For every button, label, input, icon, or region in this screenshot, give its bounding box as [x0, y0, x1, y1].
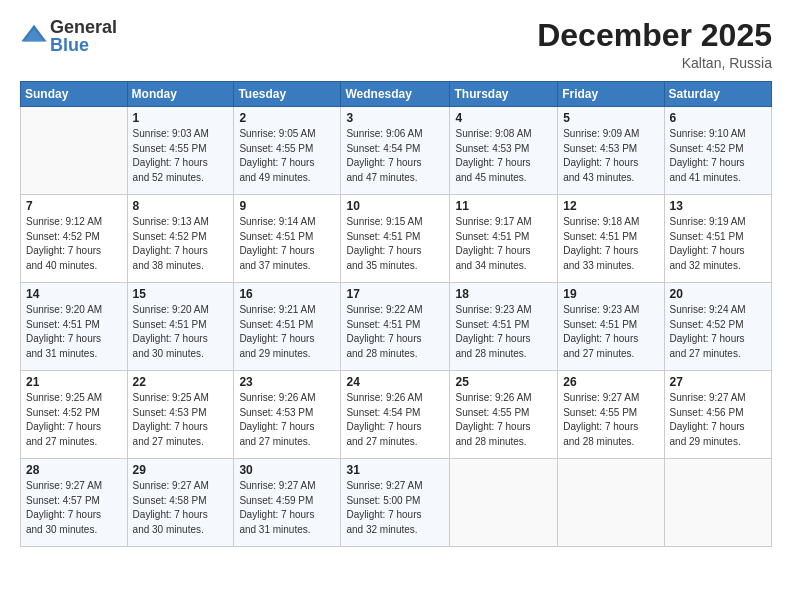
calendar-cell: 6Sunrise: 9:10 AMSunset: 4:52 PMDaylight…	[664, 107, 771, 195]
col-tuesday: Tuesday	[234, 82, 341, 107]
day-info: Sunrise: 9:23 AMSunset: 4:51 PMDaylight:…	[455, 303, 552, 361]
calendar-cell: 8Sunrise: 9:13 AMSunset: 4:52 PMDaylight…	[127, 195, 234, 283]
day-info: Sunrise: 9:27 AMSunset: 4:58 PMDaylight:…	[133, 479, 229, 537]
calendar-cell: 23Sunrise: 9:26 AMSunset: 4:53 PMDayligh…	[234, 371, 341, 459]
day-number: 6	[670, 111, 766, 125]
col-thursday: Thursday	[450, 82, 558, 107]
calendar-cell: 21Sunrise: 9:25 AMSunset: 4:52 PMDayligh…	[21, 371, 128, 459]
day-info: Sunrise: 9:27 AMSunset: 5:00 PMDaylight:…	[346, 479, 444, 537]
calendar-cell: 4Sunrise: 9:08 AMSunset: 4:53 PMDaylight…	[450, 107, 558, 195]
day-number: 13	[670, 199, 766, 213]
day-number: 30	[239, 463, 335, 477]
day-number: 22	[133, 375, 229, 389]
week-row-2: 14Sunrise: 9:20 AMSunset: 4:51 PMDayligh…	[21, 283, 772, 371]
calendar-cell: 10Sunrise: 9:15 AMSunset: 4:51 PMDayligh…	[341, 195, 450, 283]
calendar-cell	[558, 459, 664, 547]
header: General Blue December 2025 Kaltan, Russi…	[20, 18, 772, 71]
day-info: Sunrise: 9:05 AMSunset: 4:55 PMDaylight:…	[239, 127, 335, 185]
day-info: Sunrise: 9:13 AMSunset: 4:52 PMDaylight:…	[133, 215, 229, 273]
calendar-cell: 31Sunrise: 9:27 AMSunset: 5:00 PMDayligh…	[341, 459, 450, 547]
day-info: Sunrise: 9:08 AMSunset: 4:53 PMDaylight:…	[455, 127, 552, 185]
day-info: Sunrise: 9:26 AMSunset: 4:54 PMDaylight:…	[346, 391, 444, 449]
day-info: Sunrise: 9:12 AMSunset: 4:52 PMDaylight:…	[26, 215, 122, 273]
day-number: 31	[346, 463, 444, 477]
calendar-cell: 13Sunrise: 9:19 AMSunset: 4:51 PMDayligh…	[664, 195, 771, 283]
calendar-cell: 15Sunrise: 9:20 AMSunset: 4:51 PMDayligh…	[127, 283, 234, 371]
calendar-cell: 24Sunrise: 9:26 AMSunset: 4:54 PMDayligh…	[341, 371, 450, 459]
day-info: Sunrise: 9:15 AMSunset: 4:51 PMDaylight:…	[346, 215, 444, 273]
calendar-cell: 22Sunrise: 9:25 AMSunset: 4:53 PMDayligh…	[127, 371, 234, 459]
day-info: Sunrise: 9:27 AMSunset: 4:56 PMDaylight:…	[670, 391, 766, 449]
day-number: 15	[133, 287, 229, 301]
day-number: 5	[563, 111, 658, 125]
day-info: Sunrise: 9:14 AMSunset: 4:51 PMDaylight:…	[239, 215, 335, 273]
day-info: Sunrise: 9:18 AMSunset: 4:51 PMDaylight:…	[563, 215, 658, 273]
calendar-cell: 16Sunrise: 9:21 AMSunset: 4:51 PMDayligh…	[234, 283, 341, 371]
logo-blue: Blue	[50, 36, 117, 54]
day-number: 20	[670, 287, 766, 301]
calendar-table: Sunday Monday Tuesday Wednesday Thursday…	[20, 81, 772, 547]
day-info: Sunrise: 9:27 AMSunset: 4:55 PMDaylight:…	[563, 391, 658, 449]
day-number: 14	[26, 287, 122, 301]
day-info: Sunrise: 9:03 AMSunset: 4:55 PMDaylight:…	[133, 127, 229, 185]
calendar-cell: 1Sunrise: 9:03 AMSunset: 4:55 PMDaylight…	[127, 107, 234, 195]
calendar-cell: 11Sunrise: 9:17 AMSunset: 4:51 PMDayligh…	[450, 195, 558, 283]
day-info: Sunrise: 9:25 AMSunset: 4:52 PMDaylight:…	[26, 391, 122, 449]
page: General Blue December 2025 Kaltan, Russi…	[0, 0, 792, 612]
day-info: Sunrise: 9:21 AMSunset: 4:51 PMDaylight:…	[239, 303, 335, 361]
location: Kaltan, Russia	[537, 55, 772, 71]
day-info: Sunrise: 9:09 AMSunset: 4:53 PMDaylight:…	[563, 127, 658, 185]
calendar-cell: 7Sunrise: 9:12 AMSunset: 4:52 PMDaylight…	[21, 195, 128, 283]
calendar-cell: 17Sunrise: 9:22 AMSunset: 4:51 PMDayligh…	[341, 283, 450, 371]
calendar-cell	[21, 107, 128, 195]
day-info: Sunrise: 9:19 AMSunset: 4:51 PMDaylight:…	[670, 215, 766, 273]
day-info: Sunrise: 9:26 AMSunset: 4:55 PMDaylight:…	[455, 391, 552, 449]
day-info: Sunrise: 9:25 AMSunset: 4:53 PMDaylight:…	[133, 391, 229, 449]
day-number: 12	[563, 199, 658, 213]
day-number: 28	[26, 463, 122, 477]
day-info: Sunrise: 9:20 AMSunset: 4:51 PMDaylight:…	[133, 303, 229, 361]
week-row-3: 21Sunrise: 9:25 AMSunset: 4:52 PMDayligh…	[21, 371, 772, 459]
calendar-cell: 27Sunrise: 9:27 AMSunset: 4:56 PMDayligh…	[664, 371, 771, 459]
day-info: Sunrise: 9:23 AMSunset: 4:51 PMDaylight:…	[563, 303, 658, 361]
day-number: 23	[239, 375, 335, 389]
calendar-cell: 14Sunrise: 9:20 AMSunset: 4:51 PMDayligh…	[21, 283, 128, 371]
day-number: 7	[26, 199, 122, 213]
logo-text: General Blue	[50, 18, 117, 54]
calendar-cell: 18Sunrise: 9:23 AMSunset: 4:51 PMDayligh…	[450, 283, 558, 371]
logo-icon	[20, 22, 48, 50]
day-info: Sunrise: 9:26 AMSunset: 4:53 PMDaylight:…	[239, 391, 335, 449]
header-row: Sunday Monday Tuesday Wednesday Thursday…	[21, 82, 772, 107]
day-number: 9	[239, 199, 335, 213]
month-title: December 2025	[537, 18, 772, 53]
day-info: Sunrise: 9:22 AMSunset: 4:51 PMDaylight:…	[346, 303, 444, 361]
week-row-0: 1Sunrise: 9:03 AMSunset: 4:55 PMDaylight…	[21, 107, 772, 195]
title-block: December 2025 Kaltan, Russia	[537, 18, 772, 71]
col-friday: Friday	[558, 82, 664, 107]
week-row-4: 28Sunrise: 9:27 AMSunset: 4:57 PMDayligh…	[21, 459, 772, 547]
calendar-header: Sunday Monday Tuesday Wednesday Thursday…	[21, 82, 772, 107]
col-wednesday: Wednesday	[341, 82, 450, 107]
calendar-cell: 29Sunrise: 9:27 AMSunset: 4:58 PMDayligh…	[127, 459, 234, 547]
calendar-cell: 9Sunrise: 9:14 AMSunset: 4:51 PMDaylight…	[234, 195, 341, 283]
calendar-cell: 2Sunrise: 9:05 AMSunset: 4:55 PMDaylight…	[234, 107, 341, 195]
calendar-cell: 5Sunrise: 9:09 AMSunset: 4:53 PMDaylight…	[558, 107, 664, 195]
day-number: 25	[455, 375, 552, 389]
logo-general: General	[50, 18, 117, 36]
day-info: Sunrise: 9:17 AMSunset: 4:51 PMDaylight:…	[455, 215, 552, 273]
day-info: Sunrise: 9:27 AMSunset: 4:59 PMDaylight:…	[239, 479, 335, 537]
day-number: 16	[239, 287, 335, 301]
day-info: Sunrise: 9:20 AMSunset: 4:51 PMDaylight:…	[26, 303, 122, 361]
day-info: Sunrise: 9:06 AMSunset: 4:54 PMDaylight:…	[346, 127, 444, 185]
calendar-cell: 30Sunrise: 9:27 AMSunset: 4:59 PMDayligh…	[234, 459, 341, 547]
day-number: 10	[346, 199, 444, 213]
col-sunday: Sunday	[21, 82, 128, 107]
calendar-cell	[450, 459, 558, 547]
day-number: 8	[133, 199, 229, 213]
col-monday: Monday	[127, 82, 234, 107]
day-info: Sunrise: 9:10 AMSunset: 4:52 PMDaylight:…	[670, 127, 766, 185]
calendar-body: 1Sunrise: 9:03 AMSunset: 4:55 PMDaylight…	[21, 107, 772, 547]
col-saturday: Saturday	[664, 82, 771, 107]
calendar-cell: 20Sunrise: 9:24 AMSunset: 4:52 PMDayligh…	[664, 283, 771, 371]
day-number: 26	[563, 375, 658, 389]
